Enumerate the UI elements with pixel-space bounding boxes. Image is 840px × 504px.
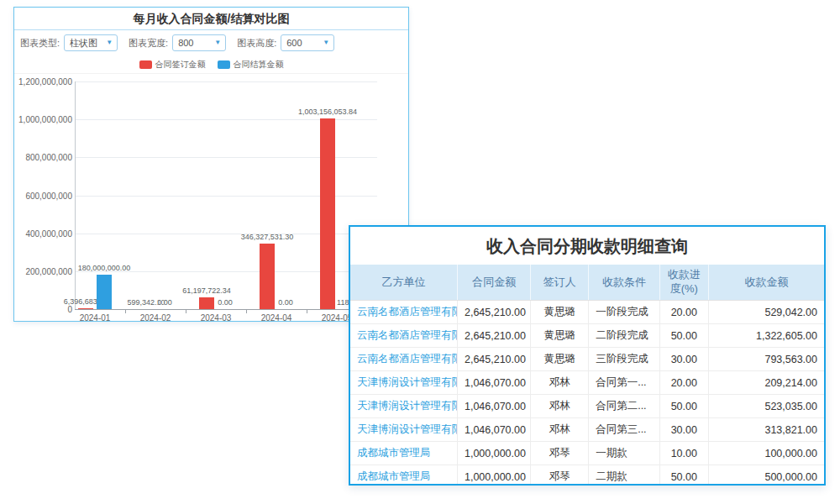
y-axis-tick-label: 200,000,000 — [14, 267, 72, 276]
table-cell: 313,821.00 — [708, 418, 824, 442]
x-axis-category-label: 2024-02 — [140, 313, 171, 322]
table-cell: 2,645,210.00 — [457, 348, 530, 371]
table-cell: 2,645,210.00 — [457, 301, 530, 324]
table-cell: 50.00 — [659, 465, 708, 486]
chevron-down-icon: ▼ — [323, 39, 329, 46]
table-cell: 1,046,070.00 — [457, 395, 530, 418]
column-header: 收款进度(%) — [659, 265, 708, 301]
y-gridline — [75, 81, 377, 82]
y-axis-tick-label: 0 — [14, 305, 72, 314]
table-cell: 2,645,210.00 — [457, 324, 530, 348]
legend-item[interactable]: 合同结算金额 — [218, 59, 284, 71]
chart-height-label: 图表高度: — [237, 37, 276, 50]
table-cell: 50.00 — [659, 324, 708, 348]
table-cell: 1,000,000.00 — [457, 465, 530, 486]
company-link[interactable]: 云南名都酒店管理有限公 — [350, 301, 457, 324]
x-axis-category-label: 2024-05 — [322, 313, 353, 322]
chart-type-value: 柱状图 — [70, 37, 97, 50]
table-cell: 合同第二... — [589, 395, 660, 418]
legend-swatch — [139, 60, 152, 69]
chart-window-title: 每月收入合同金额/结算对比图 — [14, 8, 408, 30]
desktop: { "chart_window": { "title": "每月收入合同金额/结… — [0, 0, 840, 504]
chart-height-value: 600 — [286, 38, 302, 48]
table-cell: 523,035.00 — [708, 395, 824, 418]
table-row: 云南名都酒店管理有限公2,645,210.00黄思璐二阶段完成50.001,32… — [350, 324, 824, 348]
chart-separator — [14, 73, 408, 74]
legend-item[interactable]: 合同签订金额 — [139, 59, 206, 71]
table-window-title: 收入合同分期收款明细查询 — [350, 227, 824, 265]
column-header: 收款金额 — [708, 265, 824, 301]
table-cell: 合同第三... — [589, 418, 660, 442]
table-cell: 1,046,070.00 — [457, 371, 530, 395]
company-link[interactable]: 天津博润设计管理有限公 — [350, 418, 457, 442]
x-axis-line — [75, 309, 377, 310]
bar-value-label: 346,327,531.30 — [241, 233, 294, 241]
company-link[interactable]: 云南名都酒店管理有限公 — [350, 324, 457, 348]
table-cell: 合同第一... — [589, 371, 660, 395]
bar-signed — [260, 244, 275, 309]
table-cell: 20.00 — [659, 371, 708, 395]
chart-legend: 合同签订金额合同结算金额 — [14, 59, 408, 71]
chart-type-select[interactable]: 柱状图▼ — [64, 34, 118, 51]
chart-height-select[interactable]: 600▼ — [281, 34, 334, 51]
column-header: 收款条件 — [589, 265, 660, 301]
legend-swatch — [218, 60, 230, 69]
table-cell: 邓林 — [531, 371, 589, 395]
table-row: 成都城市管理局1,000,000.00邓琴二期款50.00500,000.00 — [350, 465, 824, 486]
chart-width-value: 800 — [178, 38, 193, 48]
chart-controls: 图表类型:柱状图▼图表宽度:800▼图表高度:600▼ — [14, 30, 408, 55]
y-axis-tick-label: 400,000,000 — [14, 229, 72, 239]
chart-width-label: 图表宽度: — [129, 37, 168, 50]
table-cell: 黄思璐 — [531, 348, 589, 371]
x-axis-category-label: 2024-03 — [201, 313, 232, 322]
table-cell: 209,214.00 — [708, 371, 824, 395]
y-axis-tick-label: 800,000,000 — [14, 153, 72, 162]
column-header: 乙方单位 — [350, 265, 457, 301]
company-link[interactable]: 成都城市管理局 — [350, 442, 457, 465]
column-header: 签订人 — [531, 265, 589, 301]
bar-value-label: 61,197,722.34 — [182, 286, 231, 295]
table-row: 云南名都酒店管理有限公2,645,210.00黄思璐三阶段完成30.00793,… — [350, 348, 824, 371]
table-cell: 二阶段完成 — [589, 324, 660, 348]
bar-value-label: 1,003,156,053.84 — [298, 108, 357, 116]
bar-settled — [97, 275, 112, 309]
chevron-down-icon: ▼ — [106, 39, 113, 46]
chart-type-label: 图表类型: — [20, 37, 60, 50]
bar-signed — [320, 118, 335, 309]
x-axis-tick — [307, 310, 307, 313]
table-cell: 三阶段完成 — [589, 348, 660, 371]
x-axis-category-label: 2024-01 — [80, 313, 111, 322]
bar-value-label: 0.00 — [218, 298, 233, 307]
table-row: 天津博润设计管理有限公1,046,070.00邓林合同第三...30.00313… — [350, 418, 824, 442]
x-axis-tick — [125, 310, 126, 313]
legend-label: 合同签订金额 — [155, 59, 206, 71]
table-cell: 二期款 — [589, 465, 660, 486]
y-axis-tick-label: 1,000,000,000 — [14, 115, 72, 124]
x-axis-tick — [246, 310, 247, 313]
table-header-row: 乙方单位合同金额签订人收款条件收款进度(%)收款金额 — [350, 265, 824, 301]
company-link[interactable]: 成都城市管理局 — [350, 465, 457, 486]
installment-table: 乙方单位合同金额签订人收款条件收款进度(%)收款金额 云南名都酒店管理有限公2,… — [350, 265, 824, 486]
table-cell: 一期款 — [589, 442, 660, 465]
table-cell: 邓林 — [531, 395, 589, 418]
table-cell: 529,042.00 — [708, 301, 824, 324]
bar-value-label: 0.00 — [157, 298, 172, 307]
company-link[interactable]: 云南名都酒店管理有限公 — [350, 348, 457, 371]
table-window: 收入合同分期收款明细查询 乙方单位合同金额签订人收款条件收款进度(%)收款金额 … — [349, 225, 826, 486]
table-cell: 50.00 — [659, 395, 708, 418]
company-link[interactable]: 天津博润设计管理有限公 — [350, 371, 457, 395]
table-row: 成都城市管理局1,000,000.00邓琴一期款10.00100,000.00 — [350, 442, 824, 465]
table-cell: 30.00 — [659, 348, 708, 371]
bar-signed — [199, 297, 214, 309]
column-header: 合同金额 — [457, 265, 530, 301]
chart-width-select[interactable]: 800▼ — [172, 34, 226, 51]
y-axis-line — [75, 81, 76, 309]
table-cell: 黄思璐 — [531, 301, 589, 324]
bar-value-label: 0.00 — [278, 298, 293, 307]
x-axis-tick — [186, 310, 186, 313]
chevron-down-icon: ▼ — [214, 39, 221, 46]
y-axis-tick-label: 600,000,000 — [14, 192, 72, 201]
table-cell: 500,000.00 — [708, 465, 824, 486]
y-axis-tick-label: 1,200,000,000 — [14, 77, 72, 87]
company-link[interactable]: 天津博润设计管理有限公 — [350, 395, 457, 418]
